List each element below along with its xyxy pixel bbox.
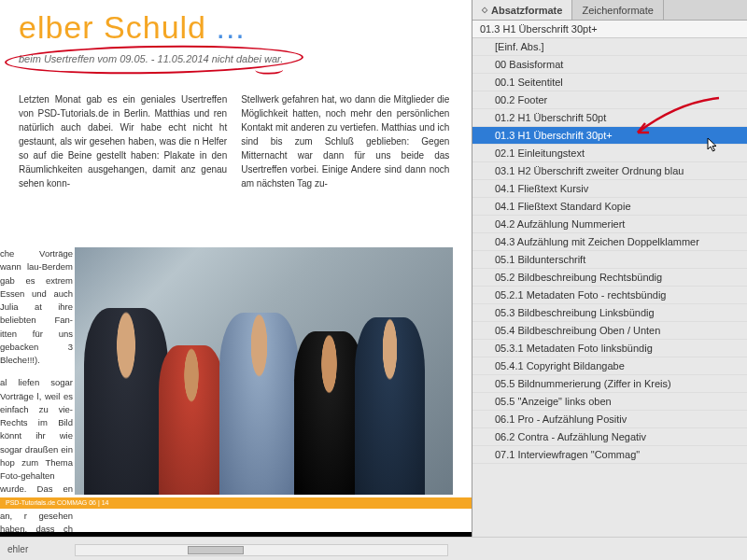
style-item[interactable]: 03.1 H2 Überschrift zweiter Ordnung blau	[472, 162, 747, 180]
status-label: ehler	[7, 544, 28, 554]
tab-label: Zeichenformate	[582, 5, 653, 16]
paragraph-styles-panel: ◇ Absatzformate Zeichenformate 01.3 H1 Ü…	[472, 0, 747, 537]
person-silhouette	[294, 331, 364, 495]
side-text-wrap: che Vorträge wann lau-Berdem gab es extr…	[0, 247, 73, 537]
style-item[interactable]: 05.1 Bildunterschrift	[472, 251, 747, 269]
style-item[interactable]: 05.5 Bildnummerierung (Ziffer in Kreis)	[472, 375, 747, 393]
style-item[interactable]: 05.2.1 Metadaten Foto - rechtsbündig	[472, 287, 747, 304]
style-item[interactable]: 05.3 Bildbeschreibung Linksbündig	[472, 304, 747, 322]
side-text-1: che Vorträge wann lau-Berdem gab es extr…	[0, 247, 73, 367]
style-item[interactable]: 06.1 Pro - Aufzählung Positiv	[472, 411, 747, 428]
article-photo	[75, 247, 453, 495]
photo-people	[75, 247, 453, 495]
document-view: elber Schuld ... beim Usertreffen vom 09…	[0, 0, 472, 537]
body-columns: Letzten Monat gab es ein geniales Usertr…	[19, 92, 453, 190]
style-item[interactable]: 05.5 "Anzeige" links oben	[472, 393, 747, 411]
sort-icon: ◇	[482, 6, 487, 14]
person-silhouette	[159, 345, 224, 495]
column-2: Stellwerk gefahren hat, wo dann die Mitg…	[241, 92, 449, 190]
style-item[interactable]: 00 Basisformat	[472, 56, 747, 74]
column-1: Letzten Monat gab es ein geniales Usertr…	[19, 92, 227, 190]
style-item[interactable]: 05.3.1 Metadaten Foto linksbündig	[472, 340, 747, 357]
headline: elber Schuld ...	[19, 9, 453, 46]
person-silhouette	[219, 313, 299, 495]
style-item[interactable]: [Einf. Abs.]	[472, 38, 747, 56]
style-item[interactable]: 04.2 Aufzählung Nummeriert	[472, 216, 747, 233]
style-item[interactable]: 00.1 Seitentitel	[472, 74, 747, 91]
style-list[interactable]: [Einf. Abs.]00 Basisformat00.1 Seitentit…	[472, 38, 747, 537]
style-item[interactable]: 04.1 Fließtext Kursiv	[472, 180, 747, 198]
style-item[interactable]: 04.1 Fließtext Standard Kopie	[472, 198, 747, 216]
tab-zeichenformate[interactable]: Zeichenformate	[572, 0, 663, 20]
tab-label: Absatzformate	[491, 5, 562, 16]
side-text-2: al liefen sogar Vorträge l, weil es einf…	[0, 376, 73, 537]
page-footer-bar: PSD-Tutorials.de COMMAG 06 | 14	[0, 497, 472, 509]
col1-text: Letzten Monat gab es ein geniales Usertr…	[19, 94, 227, 189]
scrollbar-thumb[interactable]	[188, 546, 244, 554]
subheadline-wrap: beim Usertreffen vom 09.05. - 11.05.2014…	[19, 53, 453, 64]
style-item[interactable]: 05.4 Bildbeschreibung Oben / Unten	[472, 322, 747, 340]
style-item[interactable]: 06.2 Contra - Aufzählung Negativ	[472, 428, 747, 446]
style-item[interactable]: 05.2 Bildbeschreibung Rechtsbündig	[472, 269, 747, 287]
style-item[interactable]: 05.4.1 Copyright Bildangabe	[472, 357, 747, 375]
style-item[interactable]: 02.1 Einleitungstext	[472, 145, 747, 162]
current-style-display: 01.3 H1 Überschrift 30pt+	[472, 21, 747, 38]
panel-tabs: ◇ Absatzformate Zeichenformate	[472, 0, 747, 21]
style-item[interactable]: 04.3 Aufzählung mit Zeichen Doppelklamme…	[472, 233, 747, 251]
headline-dots: ...	[216, 9, 245, 45]
subheadline: beim Usertreffen vom 09.05. - 11.05.2014…	[19, 53, 453, 64]
style-item[interactable]: 00.2 Footer	[472, 91, 747, 109]
style-item[interactable]: 01.3 H1 Überschrift 30pt+	[472, 127, 747, 145]
horizontal-scrollbar[interactable]	[75, 544, 448, 556]
status-bar: ehler	[0, 537, 747, 560]
person-silhouette	[84, 308, 168, 495]
style-item[interactable]: 07.1 Interviewfragen "Commag"	[472, 446, 747, 464]
tab-absatzformate[interactable]: ◇ Absatzformate	[472, 0, 572, 20]
style-item[interactable]: 01.2 H1 Überschrift 50pt	[472, 109, 747, 127]
headline-text: elber Schuld	[19, 9, 206, 45]
person-silhouette	[355, 317, 425, 495]
